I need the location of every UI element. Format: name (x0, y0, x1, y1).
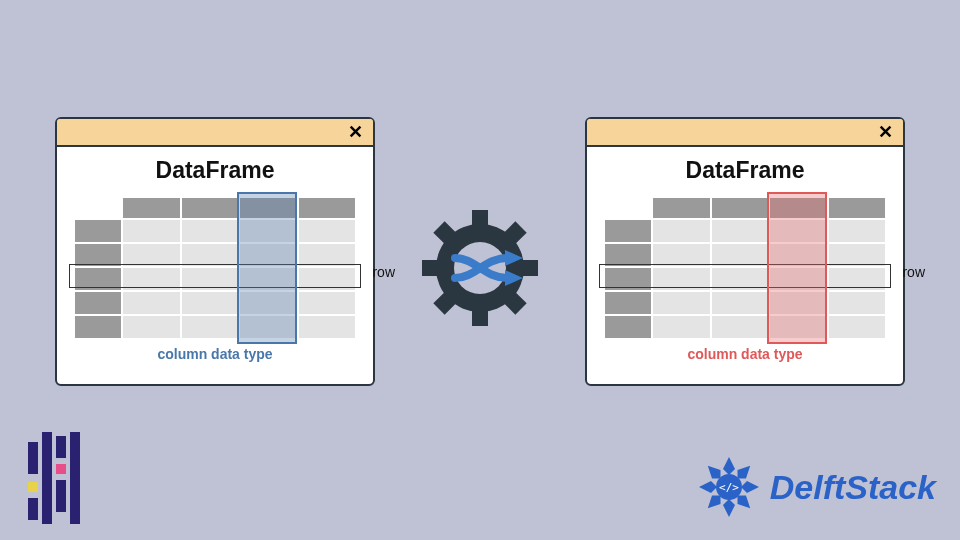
svg-rect-14 (28, 498, 38, 520)
svg-marker-20 (723, 457, 735, 475)
dataframe-grid (75, 198, 355, 338)
row-label: row (372, 264, 395, 280)
dataframe-grid (605, 198, 885, 338)
panel-body: DataFrame row column data type (57, 147, 373, 384)
pandas-logo-icon (24, 432, 84, 524)
svg-rect-15 (42, 432, 52, 524)
delftstack-logo-text: DelftStack (770, 468, 936, 507)
transform-gear-icon (415, 203, 545, 337)
dataframe-grid-wrap: row (75, 198, 355, 338)
column-label: column data type (605, 346, 885, 362)
close-icon: ✕ (348, 121, 363, 143)
svg-text:</>: </> (719, 481, 739, 494)
window-titlebar: ✕ (57, 119, 373, 147)
svg-rect-12 (28, 442, 38, 474)
svg-rect-16 (56, 436, 66, 458)
svg-rect-18 (56, 480, 66, 512)
row-label: row (902, 264, 925, 280)
svg-marker-21 (723, 499, 735, 517)
dataframe-grid-wrap: row (605, 198, 885, 338)
panel-title: DataFrame (75, 157, 355, 184)
svg-rect-17 (56, 464, 66, 474)
column-label: column data type (75, 346, 355, 362)
svg-rect-13 (28, 482, 38, 492)
svg-marker-23 (741, 481, 759, 493)
dataframe-panel-right: ✕ DataFrame row column data type (585, 117, 905, 386)
delftstack-badge-icon: </> (698, 456, 760, 518)
delftstack-logo: </> DelftStack (698, 456, 936, 518)
close-icon: ✕ (878, 121, 893, 143)
window-titlebar: ✕ (587, 119, 903, 147)
dataframe-panel-left: ✕ DataFrame row column data type (55, 117, 375, 386)
svg-rect-19 (70, 432, 80, 524)
panel-body: DataFrame row column data type (587, 147, 903, 384)
svg-marker-22 (699, 481, 717, 493)
panel-title: DataFrame (605, 157, 885, 184)
